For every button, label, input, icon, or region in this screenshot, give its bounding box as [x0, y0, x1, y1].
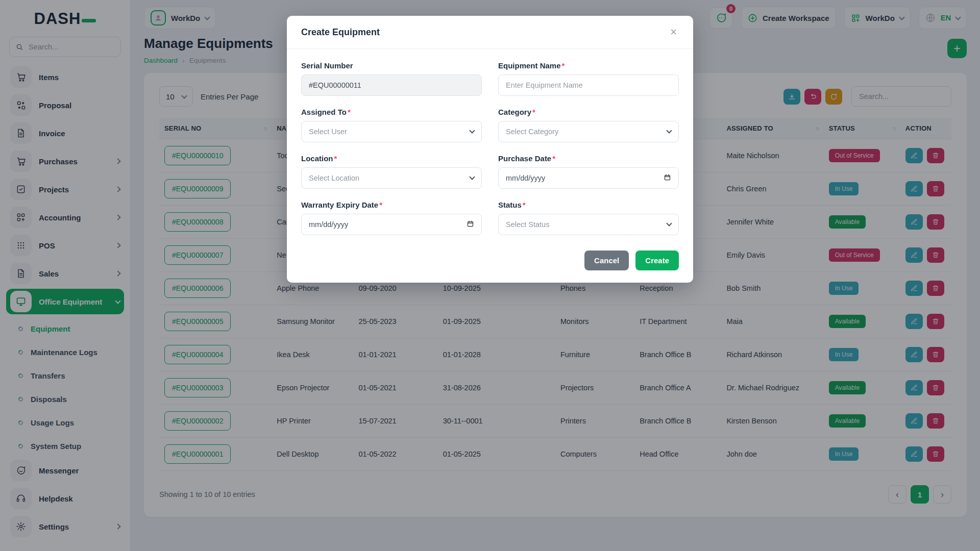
required-asterisk: *: [523, 201, 526, 209]
cancel-button[interactable]: Cancel: [584, 251, 629, 270]
field-label-text: Location: [301, 154, 333, 163]
category-select[interactable]: Select Category: [498, 121, 679, 142]
create-equipment-modal: Create Equipment × Serial NumberEquipmen…: [287, 16, 693, 283]
chevron-down-icon: [469, 128, 475, 133]
calendar-icon: [664, 173, 671, 183]
modal-form: Serial NumberEquipment Name*Assigned To*…: [287, 49, 693, 237]
field-label-text: Purchase Date: [498, 154, 551, 163]
required-asterisk: *: [552, 154, 555, 163]
purchase-date-label: Purchase Date*: [498, 154, 679, 163]
equipment-name-input[interactable]: [498, 74, 679, 96]
purchase-date-field: Purchase Date*mm/dd/yyyy: [498, 154, 679, 189]
field-label-text: Assigned To: [301, 108, 347, 116]
status-label: Status*: [498, 201, 679, 209]
warranty-expiry-date-label: Warranty Expiry Date*: [301, 201, 482, 209]
assigned-to-select[interactable]: Select User: [301, 121, 482, 142]
serial-number-label: Serial Number: [301, 61, 482, 70]
create-button[interactable]: Create: [635, 251, 679, 270]
calendar-icon: [467, 220, 474, 228]
modal-header: Create Equipment ×: [287, 16, 693, 49]
required-asterisk: *: [348, 108, 351, 116]
warranty-expiry-date-input[interactable]: mm/dd/yyyy: [301, 214, 482, 235]
equipment-name-label: Equipment Name*: [498, 61, 679, 70]
chevron-down-icon: [666, 128, 672, 133]
status-select[interactable]: Select Status: [498, 214, 679, 235]
required-asterisk: *: [532, 108, 535, 116]
calendar-icon: [467, 220, 474, 229]
field-label-text: Warranty Expiry Date: [301, 201, 378, 209]
location-label: Location*: [301, 154, 482, 163]
serial-number-input: [301, 74, 482, 96]
category-placeholder: Select Category: [506, 128, 558, 136]
assigned-to-placeholder: Select User: [309, 128, 347, 136]
assigned-to-label: Assigned To*: [301, 108, 482, 116]
status-placeholder: Select Status: [506, 220, 549, 229]
equipment-name-field: Equipment Name*: [498, 61, 679, 96]
modal-footer: Cancel Create: [287, 237, 693, 283]
chevron-down-icon: [666, 220, 672, 226]
required-asterisk: *: [562, 61, 565, 70]
serial-number-field: Serial Number: [301, 61, 482, 96]
location-select[interactable]: Select Location: [301, 167, 482, 189]
field-label-text: Category: [498, 108, 531, 116]
location-field: Location*Select Location: [301, 154, 482, 189]
field-label-text: Status: [498, 201, 522, 209]
status-field: Status*Select Status: [498, 201, 679, 235]
close-icon[interactable]: ×: [668, 26, 679, 39]
chevron-down-icon: [469, 174, 475, 180]
modal-title: Create Equipment: [301, 27, 380, 38]
category-field: Category*Select Category: [498, 108, 679, 142]
field-label-text: Equipment Name: [498, 61, 561, 70]
calendar-icon: [664, 173, 671, 181]
field-label-text: Serial Number: [301, 61, 353, 70]
required-asterisk: *: [334, 154, 337, 163]
location-placeholder: Select Location: [309, 174, 359, 182]
assigned-to-field: Assigned To*Select User: [301, 108, 482, 142]
category-label: Category*: [498, 108, 679, 116]
required-asterisk: *: [379, 201, 382, 209]
warranty-expiry-date-field: Warranty Expiry Date*mm/dd/yyyy: [301, 201, 482, 235]
warranty-expiry-date-value: mm/dd/yyyy: [309, 220, 348, 229]
purchase-date-value: mm/dd/yyyy: [506, 174, 545, 182]
purchase-date-input[interactable]: mm/dd/yyyy: [498, 167, 679, 189]
